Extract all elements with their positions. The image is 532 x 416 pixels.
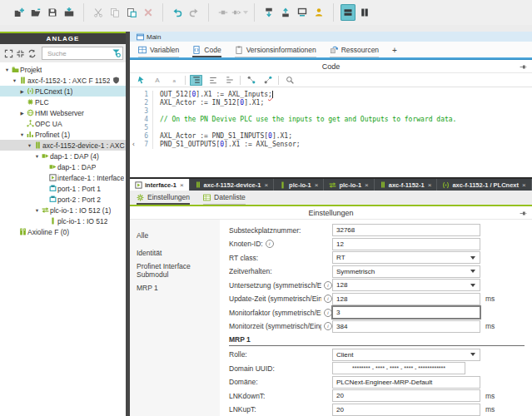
details-tab-axc-f-1152-1-plcnext[interactable]: axc-f-1152-1 / PLCnext×: [437, 179, 531, 191]
pin-icon[interactable]: [520, 63, 527, 71]
tree-item-profinet-1[interactable]: ▼Profinet (1): [0, 129, 126, 140]
details-tab-axc-f-1152-1[interactable]: axc-f-1152-1×: [375, 179, 438, 191]
tree-item-axc-f-1152-device-1-axc-f-115[interactable]: ▼axc-f-1152-device-1 : AXC F 115: [0, 140, 126, 151]
input-lnkupt[interactable]: 20: [332, 404, 480, 416]
archive-button[interactable]: [62, 4, 77, 21]
info-icon[interactable]: i: [324, 322, 332, 330]
subtab-einstellungen[interactable]: Einstellungen: [137, 193, 190, 205]
tree-item-projekt[interactable]: ▼Projekt: [0, 64, 126, 75]
sync-button[interactable]: [26, 47, 37, 59]
list-collapse-button[interactable]: [206, 75, 219, 86]
code-line[interactable]: 4// On the PN Devive PLC use the inputs …: [130, 116, 532, 124]
input-update-zeit-symmetrisch-eing-nge[interactable]: 128: [332, 293, 480, 305]
search-input[interactable]: [46, 49, 112, 58]
info-icon[interactable]: i: [324, 309, 332, 317]
tree-item-axc-f-1152-1-axc-f-1152[interactable]: ▼axc-f-1152-1 : AXC F 1152: [0, 75, 126, 86]
code-line[interactable]: 3: [130, 107, 532, 116]
read-project-button[interactable]: [278, 4, 293, 21]
close-icon[interactable]: ×: [315, 181, 319, 189]
category-profinet-interface-submodul[interactable]: Profinet Interface Submodul: [130, 261, 220, 279]
pointer-button[interactable]: [135, 75, 147, 86]
tree-item-plc-io-1-io-512[interactable]: plc-io-1 : IO 512: [0, 215, 126, 226]
delete-button[interactable]: [141, 4, 156, 21]
category-identit-t[interactable]: Identität: [130, 244, 220, 261]
tab-ressourcen[interactable]: Ressourcen: [330, 46, 379, 57]
tree-item-axioline-f-0[interactable]: Axioline F (0): [0, 226, 126, 237]
cut-button[interactable]: [91, 4, 106, 21]
collapse-all-button[interactable]: [14, 47, 26, 59]
category-mrp-1[interactable]: MRP 1: [130, 279, 220, 296]
select-zeitverhalten[interactable]: Symmetrisch: [332, 265, 480, 278]
select-untersetzung-symmetrisch-eing-nge[interactable]: 128: [332, 279, 480, 291]
tree-item-plcnext-1[interactable]: ▶PLCnext (1): [0, 86, 126, 97]
tab-code[interactable]: Code: [192, 46, 221, 57]
scroll-left-arrow[interactable]: ‹: [132, 141, 136, 148]
open-project-button[interactable]: [28, 4, 43, 21]
chevron-down-icon[interactable]: ▼: [18, 132, 26, 137]
select-rt-class[interactable]: RT: [332, 251, 480, 264]
font-increase-button[interactable]: A: [152, 75, 164, 86]
monitoring-button[interactable]: [295, 4, 310, 21]
subtab-datenliste[interactable]: Datenliste: [203, 193, 246, 205]
tab-versionsinformationen[interactable]: Versionsinformationen: [235, 46, 316, 57]
input-monitorzeit-symmetrisch-eing-nge[interactable]: 384: [332, 320, 480, 333]
chevron-down-icon[interactable]: ▼: [3, 67, 11, 72]
disconnect-button[interactable]: [232, 4, 247, 21]
tree-item-opc-ua[interactable]: OPC UA: [0, 118, 126, 129]
close-icon[interactable]: ×: [522, 181, 526, 189]
dropdown-arrow-icon[interactable]: [243, 11, 248, 14]
tree-item-hmi-webserver[interactable]: ▶HMI Webserver: [0, 107, 126, 118]
chevron-right-icon[interactable]: ▶: [18, 89, 26, 94]
save-button[interactable]: [45, 4, 60, 21]
info-icon[interactable]: i: [266, 240, 274, 248]
details-tab-plc-io-1[interactable]: plc-io-1×: [324, 179, 374, 191]
details-tab-plc-io-1[interactable]: plc-io-1×: [274, 179, 324, 191]
select-rolle[interactable]: Client: [332, 349, 480, 361]
add-tab-button[interactable]: +: [392, 46, 397, 57]
tree-item-plc-io-1-io-512-1[interactable]: ▼plc-io-1 : IO 512 (1): [0, 205, 126, 215]
code-line[interactable]: 1OUT_512[0].X1 := AXL_Inputs;: [130, 91, 532, 99]
search-filter-icon[interactable]: [112, 48, 121, 59]
user-button[interactable]: [311, 4, 326, 21]
code-editor[interactable]: ‹ 1OUT_512[0].X1 := AXL_Inputs;2AXL_Acto…: [130, 87, 532, 149]
category-alle[interactable]: Alle: [130, 226, 220, 244]
code-line[interactable]: 7PND_S1_OUTPUTS[0].X1 := AXL_Sensor;: [130, 141, 532, 149]
close-icon[interactable]: ×: [264, 181, 268, 189]
input-substeckplatznummer[interactable]: 32768: [332, 224, 480, 236]
chevron-down-icon[interactable]: ▼: [33, 208, 41, 213]
undo-button[interactable]: [170, 4, 185, 21]
input-monitorfaktor-symmetrisch-eing-nge[interactable]: 3: [332, 306, 480, 319]
connect-button[interactable]: [216, 4, 231, 21]
redo-button[interactable]: [186, 4, 201, 21]
input-lnkdownt[interactable]: 20: [332, 389, 480, 402]
input-dom-ne[interactable]: PLCNext-Engineer-MRP-Default: [332, 376, 480, 389]
chevron-down-icon[interactable]: ▼: [33, 154, 41, 159]
list-expand-button[interactable]: [223, 75, 236, 86]
expand-all-button[interactable]: [2, 47, 14, 59]
layout-vertical-button[interactable]: [357, 4, 372, 21]
copy-button[interactable]: [107, 4, 122, 21]
link-nodes-button[interactable]: [245, 75, 257, 86]
chevron-right-icon[interactable]: ▶: [18, 111, 26, 116]
tree-item-interface-1-interface[interactable]: interface-1 : Interface: [0, 172, 126, 183]
input-domain-uuid[interactable]: ******** - **** - **** - **** - ********…: [332, 362, 465, 374]
font-decrease-button[interactable]: a: [168, 75, 181, 86]
input-knoten-id[interactable]: 12: [332, 238, 480, 250]
plant-search-box[interactable]: [42, 47, 123, 60]
editor-group-tab-main[interactable]: Main: [137, 33, 161, 41]
layout-horizontal-button[interactable]: [341, 4, 355, 21]
tree-item-port-1-port-1[interactable]: port-1 : Port 1: [0, 183, 126, 194]
new-project-button[interactable]: [12, 4, 27, 21]
tab-variablen[interactable]: Variablen: [138, 46, 179, 57]
write-project-button[interactable]: [261, 4, 276, 21]
chevron-down-icon[interactable]: ▼: [26, 143, 33, 148]
tree-item-port-2-port-2[interactable]: port-2 : Port 2: [0, 194, 126, 205]
code-line[interactable]: 2AXL_Actor := IN_512[0].X1;: [130, 99, 532, 107]
info-icon[interactable]: i: [324, 281, 332, 290]
paste-button[interactable]: [124, 4, 139, 21]
tree-item-dap-1-dap[interactable]: dap-1 : DAP: [0, 161, 126, 172]
link-nodes-alt-button[interactable]: [261, 75, 274, 86]
tree-item-dap-1-dap-4[interactable]: ▼dap-1 : DAP (4): [0, 151, 126, 161]
close-icon[interactable]: ×: [428, 181, 432, 189]
code-line[interactable]: 6AXL_Actor := PND_S1_INPUTS[0].X1;: [130, 132, 532, 141]
